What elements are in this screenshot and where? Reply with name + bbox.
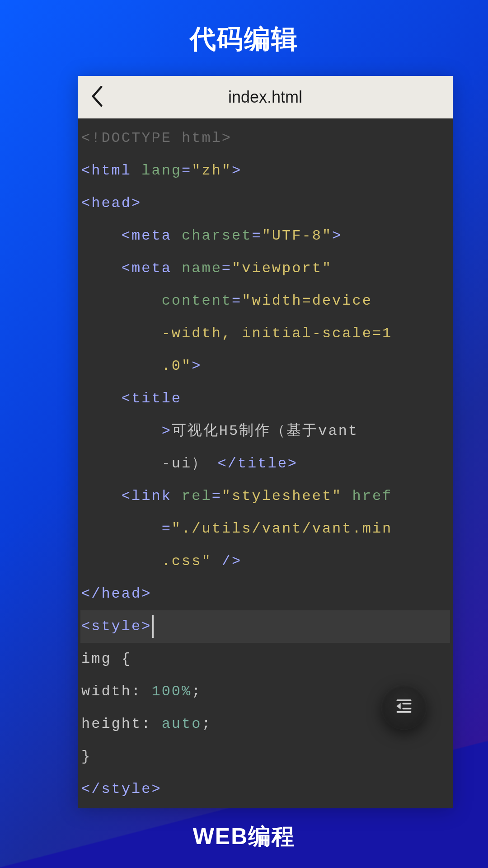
code-line: <style> xyxy=(80,610,450,643)
code-line: <html lang="zh"> xyxy=(80,155,450,187)
code-line: <!DOCTYPE html> xyxy=(80,122,450,155)
code-line: -ui） </title> xyxy=(80,448,450,480)
page-title: 代码编辑 xyxy=(0,0,488,57)
editor-window: index.html <!DOCTYPE html><html lang="zh… xyxy=(78,76,453,808)
code-line: </head> xyxy=(80,578,450,610)
outdent-icon xyxy=(394,696,414,718)
code-line: <meta charset="UTF-8"> xyxy=(80,220,450,252)
code-line: img { xyxy=(80,643,450,675)
title-bar: index.html xyxy=(78,76,453,118)
file-name: index.html xyxy=(78,88,453,107)
code-line: <link rel="stylesheet" href xyxy=(80,480,450,513)
code-line: } xyxy=(80,741,450,773)
code-line: -width, initial-scale=1 xyxy=(80,317,450,350)
code-line: </style> xyxy=(80,773,450,806)
code-line: >可视化H5制作（基于vant xyxy=(80,415,450,448)
back-button[interactable] xyxy=(87,87,108,108)
code-line: <head> xyxy=(80,187,450,220)
page-footer: WEB编程 xyxy=(0,821,488,852)
code-line: .css" /> xyxy=(80,545,450,578)
code-line: <body> xyxy=(80,806,450,808)
code-line: content="width=device xyxy=(80,285,450,317)
code-line: ="./utils/vant/vant.min xyxy=(80,513,450,545)
outdent-button[interactable] xyxy=(381,684,427,730)
chevron-left-icon xyxy=(90,86,104,108)
code-line: .0"> xyxy=(80,350,450,382)
code-line: <title xyxy=(80,382,450,415)
code-line: <meta name="viewport" xyxy=(80,252,450,285)
